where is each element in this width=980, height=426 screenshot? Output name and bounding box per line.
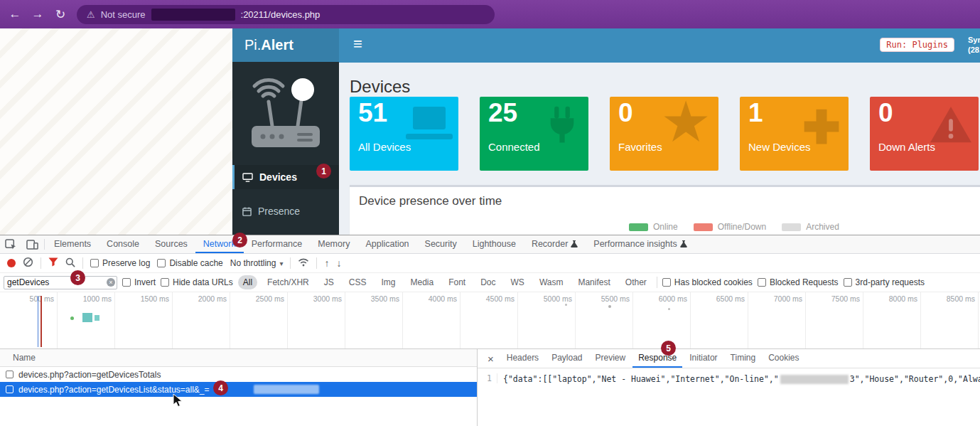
has-blocked-cookies-checkbox[interactable]: Has blocked cookies [662, 277, 753, 287]
response-text-after: 3","House","Router",0,"Always on" [850, 374, 980, 384]
disable-cache-checkbox[interactable]: Disable cache [157, 258, 222, 268]
sidebar-item-presence[interactable]: Presence [232, 199, 339, 223]
tab-recorder[interactable]: Recorder [524, 235, 586, 253]
tab-preview[interactable]: Preview [590, 349, 632, 368]
tab-headers[interactable]: Headers [501, 349, 544, 368]
checkbox[interactable] [122, 278, 131, 287]
search-button[interactable] [65, 257, 75, 270]
plus-icon [800, 105, 843, 148]
forward-button[interactable]: → [28, 5, 47, 23]
pialert-content: Devices 51 All Devices 25 Connected 0 Fa… [339, 63, 980, 235]
type-filter-font[interactable]: Font [443, 275, 470, 289]
stat-card-all-devices[interactable]: 51 All Devices [350, 97, 458, 171]
divider [657, 277, 657, 288]
line-number: 1 [478, 373, 497, 383]
wifi-icon [298, 258, 309, 267]
name-column-header[interactable]: Name [0, 349, 477, 367]
tab-memory[interactable]: Memory [310, 235, 357, 253]
type-filter-all[interactable]: All [238, 275, 257, 289]
throttling-select[interactable]: No throttling ▾ [230, 258, 284, 268]
type-filter-wasm[interactable]: Wasm [534, 275, 569, 289]
checkbox[interactable] [758, 278, 766, 287]
card-label: Connected [488, 141, 540, 153]
brand-logo[interactable]: Pi.Alert [232, 28, 339, 62]
checkbox[interactable] [157, 259, 166, 267]
type-filter-other[interactable]: Other [620, 275, 652, 289]
request-checkbox[interactable] [6, 371, 14, 378]
tab-cookies[interactable]: Cookies [763, 349, 804, 368]
tab-sources[interactable]: Sources [147, 235, 195, 253]
type-filter-css[interactable]: CSS [344, 275, 372, 289]
checkbox[interactable] [90, 259, 99, 267]
tab-console[interactable]: Console [99, 235, 147, 253]
box-title: Device presence over time [359, 194, 502, 208]
type-filter-manifest[interactable]: Manifest [573, 275, 615, 289]
run-plugins-button[interactable]: Run: Plugins [880, 38, 954, 52]
user-info[interactable]: Sym (28, [968, 35, 980, 55]
filter-input[interactable] [4, 277, 107, 287]
response-content[interactable]: 1 {"data":[["laptop","Net - Huawei","Int… [478, 368, 980, 426]
clear-filter-icon[interactable]: × [107, 278, 115, 287]
filter-toggle-button[interactable] [48, 257, 58, 269]
stat-card-favorites[interactable]: 0 Favorites ★ [610, 97, 718, 171]
record-button[interactable] [7, 259, 16, 267]
device-toolbar-icon[interactable] [21, 235, 43, 253]
blocked-requests-checkbox[interactable]: Blocked Requests [758, 277, 839, 287]
filter-input-wrap: × [4, 276, 117, 289]
clear-button[interactable] [23, 257, 33, 270]
inspect-element-icon[interactable] [0, 235, 21, 253]
checkbox[interactable] [662, 278, 671, 287]
type-filter-ws[interactable]: WS [506, 275, 529, 289]
card-value: 51 [358, 98, 387, 128]
import-har-button[interactable]: ↑ [324, 257, 329, 269]
tab-initiator[interactable]: Initiator [684, 349, 723, 368]
checkbox[interactable] [161, 278, 169, 287]
checkbox-label: 3rd-party requests [856, 277, 925, 287]
type-filter-doc[interactable]: Doc [475, 275, 500, 289]
throttling-value: No throttling [230, 258, 276, 268]
tab-lighthouse[interactable]: Lighthouse [465, 235, 524, 253]
close-detail-icon[interactable]: × [482, 349, 500, 368]
tab-application[interactable]: Application [357, 235, 416, 253]
load-event-line [41, 296, 42, 347]
pialert-navbar: ≡ Run: Plugins Sym (28, [339, 28, 980, 63]
type-filter-js[interactable]: JS [319, 275, 339, 289]
type-filter-media[interactable]: Media [405, 275, 438, 289]
star-icon: ★ [660, 97, 711, 156]
stat-card-down-alerts[interactable]: 0 Down Alerts [870, 97, 979, 171]
tab-timing[interactable]: Timing [725, 349, 762, 368]
request-checkbox[interactable] [6, 385, 14, 393]
hide-data-urls-checkbox[interactable]: Hide data URLs [161, 277, 233, 287]
stat-card-connected[interactable]: 25 Connected [480, 97, 588, 171]
warning-icon: ⚠ [87, 9, 95, 20]
type-filter-fetch-xhr[interactable]: Fetch/XHR [262, 275, 314, 289]
dcl-event-line [38, 296, 38, 347]
request-row-selected[interactable]: devices.php?action=getDevicesList&status… [0, 382, 477, 397]
devtools-panel: Elements Console Sources Network Perform… [0, 235, 980, 426]
preserve-log-checkbox[interactable]: Preserve log [90, 258, 150, 268]
tab-payload[interactable]: Payload [546, 349, 588, 368]
security-label[interactable]: Not secure [101, 9, 146, 20]
tab-elements[interactable]: Elements [46, 235, 99, 253]
export-har-button[interactable]: ↓ [336, 257, 341, 269]
invert-checkbox[interactable]: Invert [122, 277, 156, 287]
timeline-tick: 500 ms [0, 292, 58, 348]
request-row[interactable]: devices.php?action=getDevicesTotals [0, 367, 477, 382]
stat-card-new-devices[interactable]: 1 New Devices [740, 97, 849, 171]
legend-swatch-archived [782, 223, 801, 231]
timeline-tick: 7500 ms [806, 292, 863, 348]
network-overview-timeline[interactable]: 500 ms 1000 ms 1500 ms 2000 ms 2500 ms 3… [0, 292, 980, 349]
refresh-button[interactable]: ↻ [51, 5, 70, 23]
checkbox[interactable] [844, 278, 852, 287]
third-party-requests-checkbox[interactable]: 3rd-party requests [844, 277, 925, 287]
request-mark [565, 304, 567, 306]
tab-response[interactable]: Response [632, 349, 682, 368]
address-bar[interactable]: ⚠ Not secure :20211/devices.php [77, 5, 495, 24]
network-conditions-button[interactable] [298, 258, 309, 269]
type-filter-img[interactable]: Img [376, 275, 400, 289]
tab-performance-insights[interactable]: Performance insights [586, 235, 694, 253]
tab-performance[interactable]: Performance [244, 235, 311, 253]
back-button[interactable]: ← [6, 5, 24, 23]
tab-security[interactable]: Security [417, 235, 465, 253]
hamburger-menu-icon[interactable]: ≡ [353, 35, 362, 53]
